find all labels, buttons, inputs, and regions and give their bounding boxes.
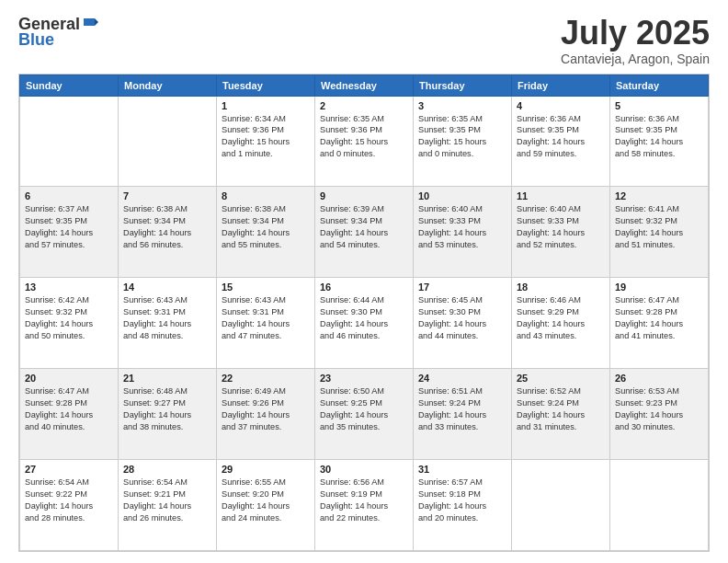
- calendar-cell: 21Sunrise: 6:48 AM Sunset: 9:27 PM Dayli…: [119, 369, 217, 460]
- cell-day-number: 26: [615, 373, 703, 384]
- cell-day-number: 5: [615, 100, 703, 111]
- cell-day-number: 23: [320, 373, 408, 384]
- cell-info-text: Sunrise: 6:38 AM Sunset: 9:34 PM Dayligh…: [222, 203, 310, 251]
- calendar-cell: 8Sunrise: 6:38 AM Sunset: 9:34 PM Daylig…: [217, 187, 315, 278]
- calendar-cell: 2Sunrise: 6:35 AM Sunset: 9:36 PM Daylig…: [315, 96, 414, 187]
- title-block: July 2025 Cantavieja, Aragon, Spain: [561, 15, 710, 66]
- cell-info-text: Sunrise: 6:50 AM Sunset: 9:25 PM Dayligh…: [320, 385, 408, 433]
- cell-day-number: 4: [517, 100, 605, 111]
- calendar-cell: 23Sunrise: 6:50 AM Sunset: 9:25 PM Dayli…: [315, 369, 414, 460]
- svg-marker-1: [95, 18, 98, 26]
- cell-day-number: 12: [615, 190, 703, 201]
- calendar-cell: 30Sunrise: 6:56 AM Sunset: 9:19 PM Dayli…: [315, 460, 414, 551]
- calendar-cell: 22Sunrise: 6:49 AM Sunset: 9:26 PM Dayli…: [217, 369, 315, 460]
- header: General Blue July 2025 Cantavieja, Arago…: [18, 15, 710, 66]
- cell-info-text: Sunrise: 6:54 AM Sunset: 9:21 PM Dayligh…: [123, 477, 211, 524]
- logo: General Blue: [18, 15, 100, 50]
- cell-day-number: 15: [222, 282, 310, 293]
- cell-day-number: 10: [418, 190, 506, 201]
- cell-info-text: Sunrise: 6:40 AM Sunset: 9:33 PM Dayligh…: [517, 203, 605, 251]
- logo-blue-text: Blue: [18, 30, 54, 50]
- calendar-cell: 17Sunrise: 6:45 AM Sunset: 9:30 PM Dayli…: [414, 278, 512, 369]
- calendar-cell: 29Sunrise: 6:55 AM Sunset: 9:20 PM Dayli…: [217, 460, 315, 551]
- svg-marker-0: [84, 18, 95, 26]
- location: Cantavieja, Aragon, Spain: [561, 52, 710, 66]
- cell-info-text: Sunrise: 6:43 AM Sunset: 9:31 PM Dayligh…: [222, 294, 310, 342]
- cell-info-text: Sunrise: 6:43 AM Sunset: 9:31 PM Dayligh…: [123, 294, 211, 342]
- cell-info-text: Sunrise: 6:36 AM Sunset: 9:35 PM Dayligh…: [615, 113, 703, 161]
- calendar-cell: 11Sunrise: 6:40 AM Sunset: 9:33 PM Dayli…: [512, 187, 610, 278]
- calendar-cell: 25Sunrise: 6:52 AM Sunset: 9:24 PM Dayli…: [512, 369, 610, 460]
- cell-day-number: 22: [222, 373, 310, 384]
- cell-info-text: Sunrise: 6:46 AM Sunset: 9:29 PM Dayligh…: [517, 294, 605, 342]
- calendar-cell: [610, 460, 709, 551]
- cell-day-number: 6: [25, 190, 113, 201]
- cell-day-number: 9: [320, 190, 408, 201]
- cell-day-number: 2: [320, 100, 408, 111]
- cell-info-text: Sunrise: 6:35 AM Sunset: 9:35 PM Dayligh…: [418, 113, 506, 161]
- calendar-cell: [20, 96, 119, 187]
- cell-info-text: Sunrise: 6:51 AM Sunset: 9:24 PM Dayligh…: [418, 385, 506, 433]
- weekday-sunday: Sunday: [20, 75, 119, 96]
- calendar-cell: 12Sunrise: 6:41 AM Sunset: 9:32 PM Dayli…: [610, 187, 709, 278]
- calendar-cell: 9Sunrise: 6:39 AM Sunset: 9:34 PM Daylig…: [315, 187, 414, 278]
- calendar-cell: 26Sunrise: 6:53 AM Sunset: 9:23 PM Dayli…: [610, 369, 709, 460]
- cell-info-text: Sunrise: 6:39 AM Sunset: 9:34 PM Dayligh…: [320, 203, 408, 251]
- calendar-cell: 3Sunrise: 6:35 AM Sunset: 9:35 PM Daylig…: [414, 96, 512, 187]
- page: General Blue July 2025 Cantavieja, Arago…: [0, 0, 728, 563]
- cell-day-number: 29: [222, 464, 310, 475]
- cell-day-number: 25: [517, 373, 605, 384]
- cell-day-number: 19: [615, 282, 703, 293]
- calendar-cell: 27Sunrise: 6:54 AM Sunset: 9:22 PM Dayli…: [20, 460, 119, 551]
- calendar-cell: 19Sunrise: 6:47 AM Sunset: 9:28 PM Dayli…: [610, 278, 709, 369]
- month-title: July 2025: [561, 15, 710, 52]
- cell-info-text: Sunrise: 6:42 AM Sunset: 9:32 PM Dayligh…: [25, 294, 113, 342]
- cell-info-text: Sunrise: 6:40 AM Sunset: 9:33 PM Dayligh…: [418, 203, 506, 251]
- calendar-cell: 16Sunrise: 6:44 AM Sunset: 9:30 PM Dayli…: [315, 278, 414, 369]
- calendar-week-row: 1Sunrise: 6:34 AM Sunset: 9:36 PM Daylig…: [20, 96, 709, 187]
- cell-info-text: Sunrise: 6:44 AM Sunset: 9:30 PM Dayligh…: [320, 294, 408, 342]
- weekday-thursday: Thursday: [414, 75, 512, 96]
- calendar: SundayMondayTuesdayWednesdayThursdayFrid…: [18, 74, 710, 552]
- cell-day-number: 21: [123, 373, 211, 384]
- calendar-cell: 7Sunrise: 6:38 AM Sunset: 9:34 PM Daylig…: [119, 187, 217, 278]
- calendar-cell: 20Sunrise: 6:47 AM Sunset: 9:28 PM Dayli…: [20, 369, 119, 460]
- calendar-week-row: 20Sunrise: 6:47 AM Sunset: 9:28 PM Dayli…: [20, 369, 709, 460]
- cell-info-text: Sunrise: 6:53 AM Sunset: 9:23 PM Dayligh…: [615, 385, 703, 433]
- weekday-wednesday: Wednesday: [315, 75, 414, 96]
- cell-day-number: 7: [123, 190, 211, 201]
- calendar-cell: 28Sunrise: 6:54 AM Sunset: 9:21 PM Dayli…: [119, 460, 217, 551]
- cell-info-text: Sunrise: 6:49 AM Sunset: 9:26 PM Dayligh…: [222, 385, 310, 433]
- cell-info-text: Sunrise: 6:48 AM Sunset: 9:27 PM Dayligh…: [123, 385, 211, 433]
- cell-info-text: Sunrise: 6:57 AM Sunset: 9:18 PM Dayligh…: [418, 477, 506, 524]
- cell-info-text: Sunrise: 6:38 AM Sunset: 9:34 PM Dayligh…: [123, 203, 211, 251]
- weekday-saturday: Saturday: [610, 75, 709, 96]
- calendar-cell: [512, 460, 610, 551]
- calendar-cell: 14Sunrise: 6:43 AM Sunset: 9:31 PM Dayli…: [119, 278, 217, 369]
- cell-info-text: Sunrise: 6:45 AM Sunset: 9:30 PM Dayligh…: [418, 294, 506, 342]
- cell-day-number: 20: [25, 373, 113, 384]
- weekday-monday: Monday: [119, 75, 217, 96]
- weekday-friday: Friday: [512, 75, 610, 96]
- cell-info-text: Sunrise: 6:56 AM Sunset: 9:19 PM Dayligh…: [320, 477, 408, 524]
- cell-day-number: 18: [517, 282, 605, 293]
- cell-info-text: Sunrise: 6:37 AM Sunset: 9:35 PM Dayligh…: [25, 203, 113, 251]
- cell-day-number: 30: [320, 464, 408, 475]
- cell-day-number: 28: [123, 464, 211, 475]
- cell-info-text: Sunrise: 6:34 AM Sunset: 9:36 PM Dayligh…: [222, 113, 310, 161]
- calendar-cell: 4Sunrise: 6:36 AM Sunset: 9:35 PM Daylig…: [512, 96, 610, 187]
- calendar-cell: 1Sunrise: 6:34 AM Sunset: 9:36 PM Daylig…: [217, 96, 315, 187]
- cell-day-number: 27: [25, 464, 113, 475]
- calendar-cell: 31Sunrise: 6:57 AM Sunset: 9:18 PM Dayli…: [414, 460, 512, 551]
- calendar-cell: 5Sunrise: 6:36 AM Sunset: 9:35 PM Daylig…: [610, 96, 709, 187]
- cell-day-number: 8: [222, 190, 310, 201]
- cell-info-text: Sunrise: 6:52 AM Sunset: 9:24 PM Dayligh…: [517, 385, 605, 433]
- calendar-cell: 15Sunrise: 6:43 AM Sunset: 9:31 PM Dayli…: [217, 278, 315, 369]
- calendar-week-row: 27Sunrise: 6:54 AM Sunset: 9:22 PM Dayli…: [20, 460, 709, 551]
- logo-flag-icon: [82, 15, 100, 33]
- calendar-cell: 18Sunrise: 6:46 AM Sunset: 9:29 PM Dayli…: [512, 278, 610, 369]
- cell-info-text: Sunrise: 6:36 AM Sunset: 9:35 PM Dayligh…: [517, 113, 605, 161]
- calendar-cell: 13Sunrise: 6:42 AM Sunset: 9:32 PM Dayli…: [20, 278, 119, 369]
- cell-day-number: 3: [418, 100, 506, 111]
- cell-day-number: 24: [418, 373, 506, 384]
